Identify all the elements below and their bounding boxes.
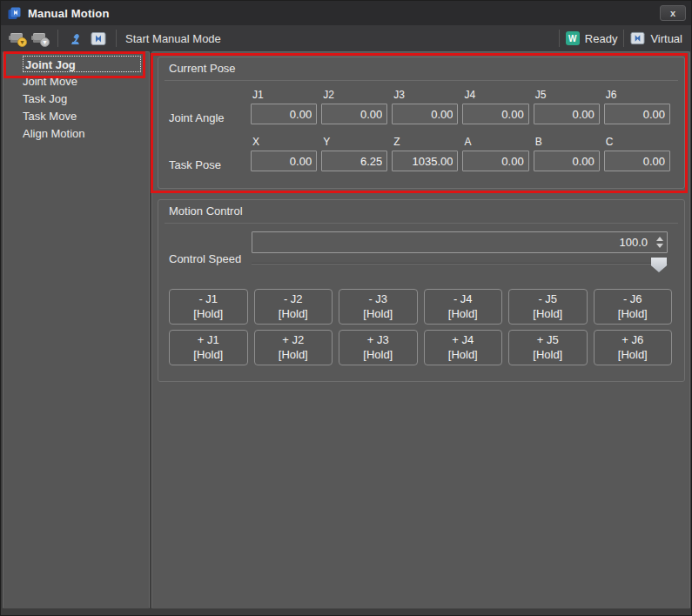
task-pose-c-field[interactable] [604,151,670,171]
toolbar-separator [623,30,624,47]
jog-minus-j6-button[interactable]: - J6 [Hold] [594,289,673,325]
w-badge-icon: W [566,31,580,45]
start-manual-mode-label: Start Manual Mode [125,32,221,45]
jog-button-hold: [Hold] [448,307,478,322]
joint-angle-label: Joint Angle [169,111,225,124]
toolbar-separator [116,30,117,47]
jog-plus-j2-button[interactable]: + J2 [Hold] [254,330,333,365]
jog-button-axis: - J1 [198,292,218,307]
joint-angle-cell: J3 [392,89,458,124]
jog-button-axis: + J3 [367,333,389,348]
servo-on-button[interactable]: ▼ [6,28,29,49]
jog-button-axis: + J4 [452,333,474,348]
robot-arm-icon [68,30,84,46]
jog-plus-j4-button[interactable]: + J4 [Hold] [424,330,503,365]
jog-button-axis: - J6 [623,292,642,307]
jog-minus-j4-button[interactable]: - J4 [Hold] [424,289,503,325]
task-pose-z-field[interactable] [392,151,458,171]
joint-angle-j5-field[interactable] [534,104,600,124]
robot-jog-button[interactable] [64,28,87,49]
jog-button-axis: + J1 [198,333,219,348]
joint-angle-cell: J4 [462,89,528,124]
sidebar-item-joint-move[interactable]: Joint Move [3,73,149,90]
up-down-arrows-icon[interactable] [653,232,667,252]
sidebar-item-joint-jog[interactable]: Joint Jog [23,56,141,72]
divider [165,223,678,224]
task-pose-cell: A [462,136,528,171]
axis-label: J2 [321,89,387,104]
jog-button-hold: [Hold] [193,348,223,363]
current-pose-groupbox: Current Pose Joint Angle J1 J2 J3 J4 J5 [158,57,685,189]
joint-angle-j6-field[interactable] [604,104,670,124]
current-pose-title: Current Pose [169,62,236,75]
power-off-badge-icon: ▼ [40,37,50,47]
jog-button-axis: + J2 [282,333,304,348]
task-pose-cell: Y [321,136,387,171]
jog-button-hold: [Hold] [363,307,393,322]
jog-plus-j1-button[interactable]: + J1 [Hold] [169,330,248,365]
axis-label: J4 [462,89,528,104]
joint-angle-j4-field[interactable] [462,104,528,124]
toolbar-separator [559,30,560,47]
joint-angle-cell: J1 [251,89,317,124]
ready-status-label: Ready [585,32,618,45]
task-pose-fields: X Y Z A B C [251,136,670,171]
servo-off-button[interactable]: ▼ [29,28,51,49]
joint-angle-j2-field[interactable] [321,104,387,124]
jog-minus-j1-button[interactable]: - J1 [Hold] [169,289,248,325]
jog-button-hold: [Hold] [448,348,478,363]
axis-label: Y [321,136,387,151]
joint-angle-cell: J6 [604,89,670,124]
jog-plus-j6-button[interactable]: + J6 [Hold] [594,330,673,365]
control-speed-slider-track[interactable] [252,263,668,264]
jog-button-hold: [Hold] [279,307,308,322]
toolbar-separator [57,30,58,47]
sidebar-item-task-jog[interactable]: Task Jog [3,90,149,108]
control-speed-input[interactable] [252,232,653,252]
virtual-monitor-icon [630,31,645,45]
axis-label: A [462,136,528,151]
control-speed-slider-thumb[interactable] [651,258,667,272]
jog-button-axis: - J2 [284,292,303,307]
task-pose-b-field[interactable] [534,151,600,171]
joint-angle-j3-field[interactable] [392,104,458,124]
task-pose-cell: X [251,136,317,171]
jog-button-hold: [Hold] [618,348,648,363]
toolbar-status-area: W Ready Virtual [553,30,682,47]
axis-label: X [251,136,317,151]
joint-angle-j1-field[interactable] [251,104,317,124]
jog-minus-j3-button[interactable]: - J3 [Hold] [339,289,418,325]
joint-angle-fields: J1 J2 J3 J4 J5 J6 [251,89,670,124]
spin-down-icon[interactable] [656,244,663,248]
motion-control-groupbox: Motion Control Control Speed - J1 [Hold]… [158,199,685,382]
task-pose-cell: C [604,136,670,171]
jog-plus-j5-button[interactable]: + J5 [Hold] [508,330,588,365]
axis-label: J5 [534,89,600,104]
jog-minus-j5-button[interactable]: - J5 [Hold] [508,289,588,325]
manual-motion-window: Manual Motion x ▼ ▼ [0,0,692,616]
motion-control-title: Motion Control [169,204,243,218]
power-on-badge-icon: ▼ [17,37,27,47]
task-pose-x-field[interactable] [251,151,317,171]
task-pose-a-field[interactable] [462,151,528,171]
axis-label: J3 [392,89,458,104]
jog-button-axis: - J4 [453,292,473,307]
sidebar-item-task-move[interactable]: Task Move [3,108,149,125]
close-button[interactable]: x [660,5,686,21]
task-pose-cell: B [534,136,600,171]
spin-up-icon[interactable] [656,237,663,241]
joint-angle-cell: J2 [321,89,387,124]
window-title: Manual Motion [28,7,110,20]
jog-plus-j3-button[interactable]: + J3 [Hold] [339,330,418,365]
jog-button-hold: [Hold] [279,348,308,363]
task-pose-cell: Z [392,136,458,171]
jog-button-axis: + J5 [537,333,559,348]
servo-power-on-icon: ▼ [10,32,24,44]
task-pose-y-field[interactable] [321,151,387,171]
sidebar-item-align-motion[interactable]: Align Motion [3,125,149,143]
jog-minus-j2-button[interactable]: - J2 [Hold] [254,289,333,325]
axis-label: J6 [604,89,670,104]
robot-monitor-button[interactable] [87,28,110,49]
control-speed-spinbox[interactable] [252,231,668,253]
axis-label: J1 [251,89,317,104]
